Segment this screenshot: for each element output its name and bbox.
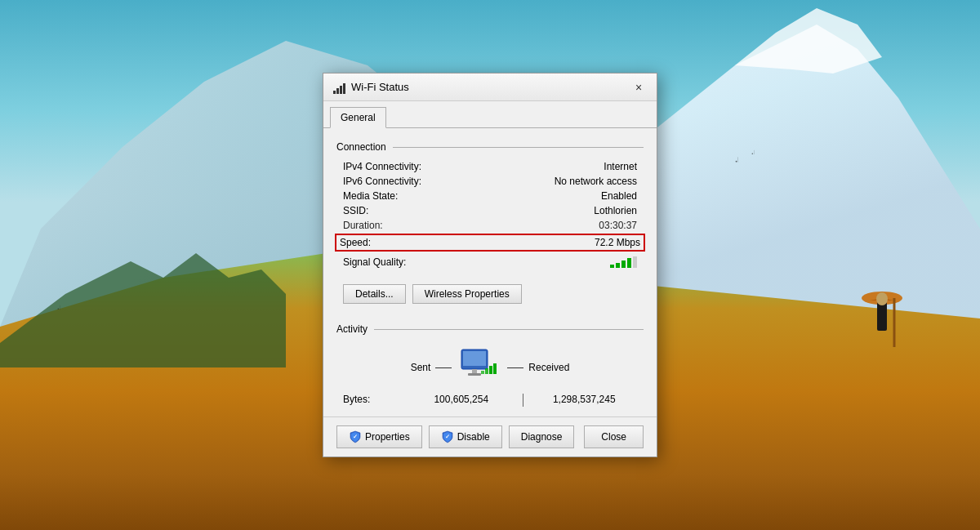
disable-button[interactable]: ✓ Disable [429,425,502,448]
svg-text:✓: ✓ [445,434,450,439]
speed-highlight-container: Speed: 72.2 Mbps [338,234,642,252]
properties-button[interactable]: ✓ Properties [336,425,422,448]
ipv6-value: No network access [555,176,637,187]
svg-text:✓: ✓ [353,434,358,439]
bytes-sent-value: 100,605,254 [408,394,514,405]
tabs-container: General [323,101,657,128]
ssid-label: SSID: [343,205,441,216]
dialog-close-x-button[interactable]: × [630,79,647,96]
dialog-overlay: Wi-Fi Status × General Connection IPv4 C… [0,0,980,530]
shield-icon-properties: ✓ [349,430,362,443]
connection-properties: IPv4 Connectivity: Internet IPv6 Connect… [336,159,644,269]
ipv6-label: IPv6 Connectivity: [343,176,441,187]
svg-rect-19 [485,368,488,374]
bottom-buttons-row: ✓ Properties ✓ Disable Diagnose Close [323,416,657,457]
ssid-row: SSID: Lothlorien [343,203,637,218]
bytes-divider [523,394,523,407]
media-state-label: Media State: [343,190,441,202]
duration-value: 03:30:37 [599,220,637,231]
speed-row: Speed: 72.2 Mbps [335,234,645,252]
received-label: Received [528,362,569,373]
wifi-status-dialog: Wi-Fi Status × General Connection IPv4 C… [323,73,657,457]
title-left: Wi-Fi Status [333,81,409,94]
ipv6-row: IPv6 Connectivity: No network access [343,174,637,189]
media-state-row: Media State: Enabled [343,189,637,203]
received-line [507,367,523,368]
speed-label: Speed: [340,237,438,248]
wifi-signal-icon [333,81,346,94]
close-button[interactable]: Close [584,425,644,448]
svg-rect-21 [493,363,497,374]
connection-section-header: Connection [336,141,644,153]
connection-divider [393,147,644,148]
bytes-label: Bytes: [343,394,408,405]
svg-rect-16 [472,369,477,373]
activity-title: Activity [336,323,368,335]
activity-section-header: Activity [336,323,644,335]
activity-divider [374,329,644,330]
activity-area: Activity Sent [323,317,657,416]
ssid-value: Lothlorien [594,205,637,216]
network-computer-icon [458,348,501,387]
speed-value: 72.2 Mbps [595,237,640,248]
svg-rect-20 [489,366,492,374]
computer-svg [458,348,501,385]
dialog-titlebar: Wi-Fi Status × [323,73,657,101]
sent-label: Sent [411,362,431,373]
shield-icon-disable: ✓ [441,430,454,443]
signal-quality-row: Signal Quality: [343,255,637,269]
tab-general[interactable]: General [330,107,386,128]
ipv4-value: Internet [604,161,637,172]
activity-content: Sent [336,341,644,394]
bytes-received-value: 1,298,537,245 [532,394,638,405]
duration-label: Duration: [343,220,441,231]
wireless-properties-button[interactable]: Wireless Properties [412,284,522,304]
dialog-title: Wi-Fi Status [351,81,409,93]
svg-rect-15 [463,351,486,366]
signal-quality-bars [610,256,637,268]
diagnose-button[interactable]: Diagnose [509,425,575,448]
details-button[interactable]: Details... [343,284,406,304]
detail-buttons-row: Details... Wireless Properties [336,278,644,307]
media-state-value: Enabled [601,190,637,202]
signal-quality-label: Signal Quality: [343,256,441,268]
svg-rect-17 [468,373,481,376]
svg-rect-18 [481,371,484,374]
connection-title: Connection [336,141,386,153]
sent-line [435,367,452,368]
duration-row: Duration: 03:30:37 [343,218,637,233]
bytes-row: Bytes: 100,605,254 1,298,537,245 [336,394,644,407]
ipv4-row: IPv4 Connectivity: Internet [343,159,637,174]
content-area: Connection IPv4 Connectivity: Internet I… [323,128,657,317]
ipv4-label: IPv4 Connectivity: [343,161,441,172]
